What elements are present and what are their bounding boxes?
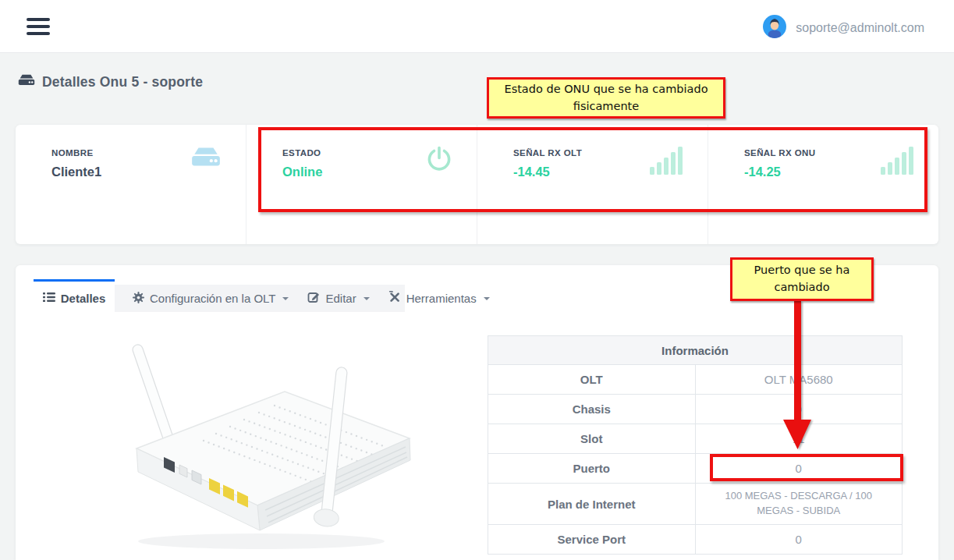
tools-icon [388, 291, 401, 306]
tab-strip: Configuración en la OLT Editar [115, 285, 405, 312]
table-row: Slot 11 [488, 424, 903, 454]
list-icon [43, 292, 55, 305]
chevron-down-icon [282, 297, 289, 300]
signal-bars-icon [650, 145, 684, 178]
user-avatar [763, 15, 786, 41]
edit-icon [307, 291, 320, 306]
tab-editar[interactable]: Editar [300, 291, 376, 306]
table-row: OLT OLT MA5680 [488, 365, 903, 395]
table-row-puerto: Puerto 0 [488, 454, 903, 484]
table-header: Información [488, 336, 903, 365]
onu-device-icon [190, 145, 222, 173]
onu-product-image [94, 320, 429, 560]
informacion-table: Información OLT OLT MA5680 Chasis 0 Slot… [488, 335, 903, 555]
tab-label: Configuración en la OLT [150, 292, 275, 305]
stat-estado: ESTADO Online [246, 125, 477, 244]
table-row: Plan de Internet 100 MEGAS - DESCARGA / … [488, 484, 903, 525]
tab-configuracion-olt[interactable]: Configuración en la OLT [126, 292, 296, 306]
onu-title-icon [17, 73, 36, 90]
stat-senal-rx-olt: SEÑAL RX OLT -14.45 [477, 125, 708, 244]
stat-senal-rx-onu: SEÑAL RX ONU -14.25 [708, 125, 938, 244]
power-icon [425, 145, 453, 176]
menu-toggle-icon[interactable] [27, 18, 50, 35]
stat-nombre: NOMBRE Cliente1 [16, 125, 246, 244]
top-navbar: soporte@adminolt.com [0, 0, 954, 53]
onu-status-card: NOMBRE Cliente1 ESTADO Online [16, 125, 938, 244]
tab-herramientas[interactable]: Herramientas [381, 291, 497, 306]
annotation-puerto-note: Puerto que se ha cambiado [730, 257, 874, 301]
chevron-down-icon [484, 297, 490, 300]
tab-label: Editar [325, 292, 356, 305]
page-title: Detalles Onu 5 - soporte [42, 74, 203, 90]
onu-details-card: Configuración en la OLT Editar [16, 265, 938, 560]
page-header: Detalles Onu 5 - soporte [17, 73, 203, 90]
gear-icon [133, 292, 144, 306]
user-menu[interactable]: soporte@adminolt.com [763, 15, 924, 41]
chevron-down-icon [364, 297, 370, 300]
table-row: Chasis 0 [488, 395, 903, 424]
signal-bars-icon [881, 145, 915, 178]
tab-label: Herramientas [406, 292, 477, 305]
user-email: soporte@adminolt.com [796, 21, 924, 35]
annotation-estado-note: Estado de ONU que se ha cambiado fisicam… [487, 77, 725, 119]
table-row: Service Port 0 [488, 525, 903, 555]
tab-detalles[interactable]: Detalles [34, 279, 115, 314]
tab-label: Detalles [61, 292, 106, 305]
tab-bar: Configuración en la OLT Editar [34, 279, 502, 314]
